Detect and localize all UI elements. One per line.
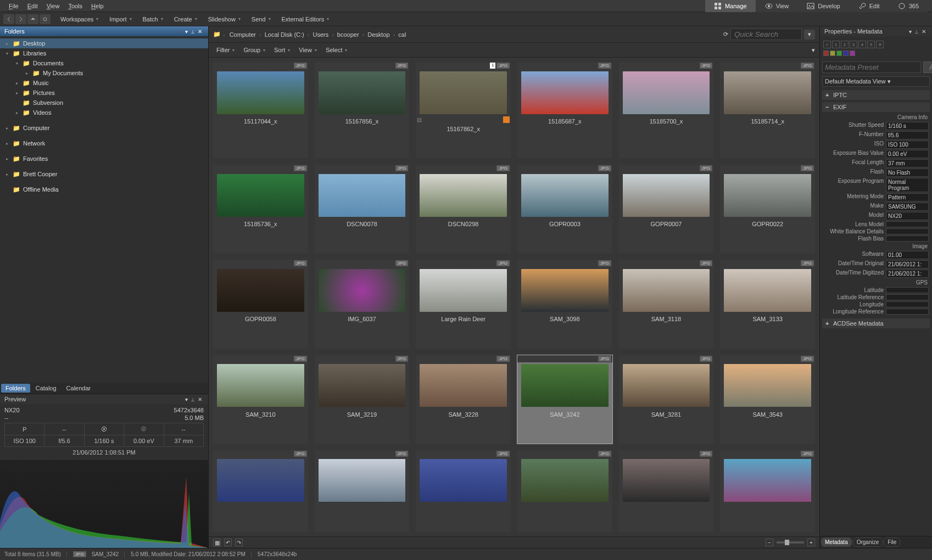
toolbar-create[interactable]: Create <box>171 14 200 24</box>
thumbnail[interactable]: JPGSAM_3543 <box>720 355 815 444</box>
tree-node-pictures[interactable]: ▸📁Pictures <box>0 88 208 98</box>
exif-value[interactable]: 21/06/2012 1: <box>886 260 929 268</box>
breadcrumb-item[interactable]: Local Disk (C:) <box>263 30 306 39</box>
color-swatch[interactable] <box>823 51 829 56</box>
exif-value[interactable]: 21/06/2012 1: <box>886 270 929 278</box>
breadcrumb-item[interactable]: Computer <box>227 30 258 39</box>
menu-view[interactable]: View <box>42 2 64 10</box>
exif-value[interactable] <box>886 301 929 307</box>
thumbnail[interactable]: JPGIMG_6037 <box>315 260 410 348</box>
acdsee-section-header[interactable]: +ACDSee Metadata <box>822 318 930 328</box>
mode-tab-manage[interactable]: Manage <box>705 0 756 12</box>
thumbnail[interactable]: JPGSAM_3118 <box>619 260 714 348</box>
thumbnail[interactable]: JPGSAM_3210 <box>213 355 308 444</box>
exif-value[interactable] <box>886 294 929 300</box>
rating-box[interactable]: ✓ <box>823 41 831 48</box>
thumbnail[interactable]: JPGGOPR0022 <box>720 165 815 253</box>
thumbnail[interactable]: JPGDSCN0298 <box>416 165 511 253</box>
panel-close-icon[interactable]: ✕ <box>920 29 928 35</box>
thumbnail[interactable]: JPGLarge Rain Deer <box>416 260 511 348</box>
mode-tab-view[interactable]: View <box>756 0 798 12</box>
menu-help[interactable]: Help <box>87 2 108 10</box>
exif-value[interactable]: Pattern <box>886 193 929 201</box>
panel-menu-icon[interactable]: ▾ <box>183 396 189 402</box>
exif-value[interactable]: f/5.6 <box>886 131 929 139</box>
tree-node-favorites[interactable]: ▸📁Favorites <box>0 154 208 164</box>
tree-node-libraries[interactable]: ▾📁Libraries <box>0 48 208 58</box>
thumbnail[interactable]: JPG15117044_x <box>213 62 308 158</box>
search-dropdown[interactable]: ▾ <box>804 30 815 40</box>
thumbnail[interactable]: JPGSAM_3219 <box>315 355 410 444</box>
exif-value[interactable] <box>886 221 929 227</box>
breadcrumb-item[interactable]: Users <box>310 30 331 39</box>
rating-box[interactable]: ✕ <box>876 41 884 48</box>
thumbnail[interactable]: JPGGOPR0007 <box>619 165 714 253</box>
color-swatch[interactable] <box>850 51 855 56</box>
right-tab-organize[interactable]: Organize <box>853 537 883 547</box>
rotate-left-icon[interactable]: ↶ <box>224 539 232 546</box>
filter-group[interactable]: Group <box>240 45 269 55</box>
left-tab-catalog[interactable]: Catalog <box>31 384 61 393</box>
rating-box[interactable]: 4 <box>858 41 866 48</box>
tree-node-documents[interactable]: ▾📁Documents <box>0 58 208 68</box>
right-tab-metadata[interactable]: Metadata <box>821 537 852 547</box>
tree-node-brett-cooper[interactable]: ▸📁Brett Cooper <box>0 169 208 179</box>
thumbnail[interactable]: JPGSAM_3133 <box>720 260 815 348</box>
thumbnail[interactable]: JPG15185736_x <box>213 165 308 253</box>
filter-sort[interactable]: Sort <box>271 45 293 55</box>
exif-value[interactable]: Normal Program <box>886 178 929 192</box>
filter-filter[interactable]: Filter <box>213 45 238 55</box>
thumbnail[interactable]: JPG <box>213 450 308 532</box>
thumbnail[interactable]: 1JPG⊟15167862_x <box>416 62 511 158</box>
tree-node-network[interactable]: ▸📁Network <box>0 138 208 148</box>
breadcrumb-item[interactable]: Desktop <box>365 30 392 39</box>
apply-button[interactable]: Apply <box>923 61 932 73</box>
exif-value[interactable]: No Flash <box>886 169 929 177</box>
panel-pin-icon[interactable]: ⟂ <box>913 29 920 35</box>
filter-select[interactable]: Select <box>322 45 351 55</box>
zoom-in[interactable]: + <box>807 539 815 546</box>
toolbar-slideshow[interactable]: Slideshow <box>205 14 244 24</box>
nav-forward[interactable] <box>15 14 26 24</box>
exif-value[interactable]: NX20 <box>886 212 929 220</box>
color-swatch[interactable] <box>836 51 842 56</box>
exif-value[interactable]: 01.00 <box>886 251 929 259</box>
metadata-preset-input[interactable] <box>822 61 921 73</box>
exif-value[interactable] <box>886 236 929 242</box>
rating-box[interactable]: 1 <box>832 41 840 48</box>
exif-value[interactable]: 37 mm <box>886 159 929 167</box>
mode-tab-develop[interactable]: Develop <box>798 0 849 12</box>
thumbnail[interactable]: JPGSAM_3281 <box>619 355 714 444</box>
tree-node-desktop[interactable]: ▸📁Desktop <box>0 38 208 48</box>
thumbnail[interactable]: JPG <box>720 450 815 532</box>
breadcrumb-item[interactable]: cal <box>396 30 408 39</box>
panel-menu-icon[interactable]: ▾ <box>183 29 189 35</box>
toolbar-send[interactable]: Send <box>248 14 274 24</box>
breadcrumb-item[interactable]: bcooper <box>335 30 361 39</box>
toolbar-external-editors[interactable]: External Editors <box>278 14 333 24</box>
exif-value[interactable] <box>886 228 929 234</box>
mode-tab-edit[interactable]: Edit <box>850 0 889 12</box>
tree-node-videos[interactable]: ▸📁Videos <box>0 108 208 117</box>
nav-up[interactable] <box>27 14 38 24</box>
metadata-view-select[interactable]: Default Metadata View ▾ <box>822 76 930 87</box>
search-input[interactable] <box>730 29 802 40</box>
thumbnail[interactable]: JPGGOPR0003 <box>517 165 612 253</box>
exif-value[interactable]: 1/160 s <box>886 122 929 130</box>
panel-close-icon[interactable]: ✕ <box>196 29 204 35</box>
rating-box[interactable]: 3 <box>850 41 857 48</box>
toolbar-import[interactable]: Import <box>106 14 135 24</box>
tree-node-computer[interactable]: ▸📁Computer <box>0 123 208 133</box>
thumbnail[interactable]: JPGGOPR0058 <box>213 260 308 348</box>
color-swatch[interactable] <box>830 51 835 56</box>
exif-value[interactable]: 0.00 eV <box>886 150 929 158</box>
right-tab-file[interactable]: File <box>884 537 900 547</box>
menu-edit[interactable]: Edit <box>23 2 42 10</box>
thumbnail[interactable]: JPG <box>517 450 612 532</box>
thumbnail[interactable]: JPG <box>619 450 714 532</box>
menu-tools[interactable]: Tools <box>64 2 87 10</box>
panel-menu-icon[interactable]: ▾ <box>907 29 913 35</box>
nav-home[interactable] <box>40 14 51 24</box>
filter-view[interactable]: View <box>295 45 320 55</box>
thumbnail[interactable]: JPGSAM_3228 <box>416 355 511 444</box>
